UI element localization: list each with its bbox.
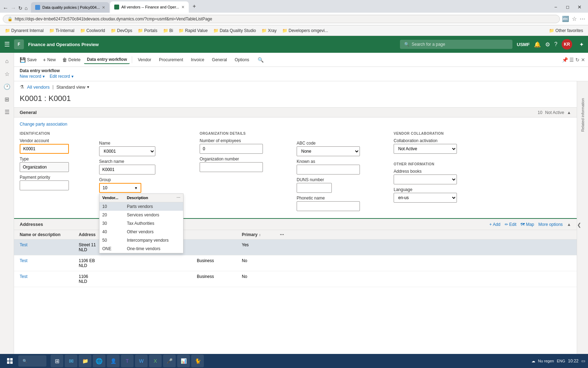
cmd-search-icon[interactable]: 🔍	[255, 56, 266, 64]
taskbar-app-2[interactable]: ✉	[65, 355, 77, 367]
close-window-btn[interactable]: ✕	[574, 3, 585, 11]
address-books-select[interactable]	[394, 175, 457, 184]
dropdown-item-50[interactable]: 50 Intercompany vendors	[99, 236, 183, 245]
user-avatar[interactable]: KR	[562, 39, 572, 50]
bookmark-dqs[interactable]: 📁 Data Quality Studio	[211, 27, 258, 34]
add-address-btn[interactable]: + Add	[489, 222, 500, 227]
known-as-input[interactable]	[297, 165, 360, 175]
taskbar-app-4[interactable]: 🌐	[93, 355, 105, 367]
bookmark-ti[interactable]: 📁 Ti-Internal	[47, 27, 77, 34]
bookmark-portals[interactable]: 📁 Portals	[136, 27, 159, 34]
address-bar[interactable]: 🔒 https://dqs-dev-trnbe62473c570c841bdev…	[3, 15, 560, 23]
bookmark-dev[interactable]: 📁 Developers omgevi...	[280, 27, 330, 34]
more-icon[interactable]: ⋯	[580, 15, 585, 22]
abc-select[interactable]: None	[297, 146, 360, 156]
menu-general[interactable]: General	[208, 55, 231, 64]
pin-icon[interactable]: 📌	[562, 57, 568, 63]
bookmark-xray[interactable]: 📁 Xray	[259, 27, 279, 34]
nav-back[interactable]: ←	[3, 5, 8, 11]
nav-star-icon[interactable]: ☆	[1, 68, 13, 80]
taskbar-app-10[interactable]: 📊	[177, 355, 190, 367]
view-selector[interactable]: Standard view ▼	[56, 84, 90, 90]
minimize-btn[interactable]: −	[550, 3, 561, 11]
notification-bell[interactable]: 🔔	[534, 41, 541, 48]
change-party-link[interactable]: Change party association	[20, 122, 571, 127]
edit-address-btn[interactable]: ✏ Edit	[505, 222, 517, 227]
settings-gear[interactable]: ⚙	[545, 41, 550, 48]
dropdown-item-one[interactable]: ONE One-time vendors	[99, 245, 183, 253]
payment-priority-input[interactable]	[20, 180, 69, 190]
collapse-icon[interactable]: ▲	[567, 110, 571, 115]
windows-start-btn[interactable]	[3, 354, 17, 368]
new-tab-btn[interactable]: +	[189, 1, 199, 11]
menu-vendor[interactable]: Vendor	[134, 55, 155, 64]
taskbar-app-3[interactable]: 📁	[79, 355, 91, 367]
phonetic-input[interactable]	[297, 201, 360, 211]
right-panel-expand[interactable]: ❮	[577, 222, 581, 228]
bookmark-dynarent[interactable]: 📁 Dynarent Internal	[3, 27, 46, 34]
taskbar-app-1[interactable]: ⊞	[51, 355, 63, 367]
map-btn[interactable]: 🗺 Map	[521, 222, 534, 227]
nav-list-icon[interactable]: ☰	[1, 106, 13, 118]
name-select[interactable]: K0001	[99, 146, 155, 156]
all-vendors-link[interactable]: All vendors	[27, 84, 50, 90]
help-icon[interactable]: ?	[554, 41, 557, 47]
num-employees-input[interactable]	[200, 144, 263, 154]
bookmark-other[interactable]: 📁 Other favorites	[547, 27, 585, 34]
list-icon[interactable]: ☰	[569, 57, 574, 63]
more-options-btn[interactable]: More options	[538, 222, 563, 227]
header-search-box[interactable]: 🔍 Search for a page	[400, 40, 512, 49]
nav-modules-icon[interactable]: ⊞	[1, 94, 13, 105]
nav-forward[interactable]: →	[11, 5, 16, 11]
extension-icon[interactable]: 🔤	[562, 15, 569, 22]
menu-options[interactable]: Options	[231, 55, 253, 64]
taskbar-app-6[interactable]: T	[121, 355, 134, 367]
tab-active[interactable]: All vendors -- Finance and Oper... ✕	[110, 1, 188, 13]
star-icon[interactable]: ☆	[572, 15, 577, 22]
nav-refresh[interactable]: ↻	[18, 5, 22, 11]
dropdown-item-30[interactable]: 30 Tax Authorities	[99, 219, 183, 228]
tab-close[interactable]: ✕	[102, 5, 105, 10]
save-button[interactable]: 💾 Save	[17, 56, 39, 64]
dropdown-item-10[interactable]: 10 Parts vendors	[99, 202, 183, 211]
maximize-btn[interactable]: ◻	[562, 3, 573, 11]
new-button[interactable]: + New	[40, 56, 58, 64]
menu-procurement[interactable]: Procurement	[155, 55, 187, 64]
taskbar-app-5[interactable]: 👤	[107, 355, 119, 367]
vendor-account-input[interactable]	[20, 144, 69, 154]
dropdown-item-40[interactable]: 40 Other vendors	[99, 228, 183, 236]
duns-input[interactable]	[297, 183, 332, 193]
group-dropdown-field[interactable]: 10 ▼	[99, 183, 141, 193]
taskbar-app-8[interactable]: X	[149, 355, 162, 367]
taskbar-app-9[interactable]: 🎤	[163, 355, 176, 367]
search-taskbar[interactable]: 🔍	[18, 355, 46, 367]
dropdown-item-20[interactable]: 20 Services vendors	[99, 211, 183, 219]
collab-activation-select[interactable]: Not Active	[394, 144, 457, 154]
nav-home[interactable]: ⌂	[25, 5, 27, 11]
copilot-icon[interactable]: ✦	[579, 41, 584, 48]
search-name-input[interactable]	[99, 165, 155, 175]
filter-icon[interactable]: ⚗	[20, 84, 24, 90]
collapse-addresses-icon[interactable]: ▲	[567, 222, 571, 227]
refresh-cmd-icon[interactable]: ↻	[575, 57, 580, 63]
delete-button[interactable]: 🗑 Delete	[59, 56, 84, 64]
org-number-input[interactable]	[200, 162, 263, 172]
nav-home-icon[interactable]: ⌂	[1, 56, 13, 67]
hamburger-menu[interactable]: ☰	[4, 40, 10, 48]
bookmark-coolworld[interactable]: 📁 Coolworld	[78, 27, 107, 34]
taskbar-app-7[interactable]: W	[135, 355, 148, 367]
workflow-button[interactable]: Data entry workflow	[84, 56, 130, 64]
tab-close-active[interactable]: ✕	[181, 5, 185, 9]
close-cmd-icon[interactable]: ✕	[581, 57, 585, 63]
show-desktop[interactable]: ▭	[581, 359, 585, 363]
bookmark-rapid[interactable]: 📁 Rapid Value	[176, 27, 210, 34]
sort-icon[interactable]: ↕	[259, 233, 261, 237]
dropdown-col-actions[interactable]: ⋯	[176, 196, 180, 200]
nav-recent-icon[interactable]: 🕐	[1, 81, 13, 92]
menu-invoice[interactable]: Invoice	[187, 55, 208, 64]
new-record-link[interactable]: New record ▼	[20, 74, 45, 79]
taskbar-app-11[interactable]: 🐈	[191, 355, 204, 367]
bookmark-devops[interactable]: 📁 DevOps	[109, 27, 134, 34]
bookmark-bi[interactable]: 📁 Bi	[161, 27, 175, 34]
edit-record-link[interactable]: Edit record ▼	[50, 74, 74, 79]
